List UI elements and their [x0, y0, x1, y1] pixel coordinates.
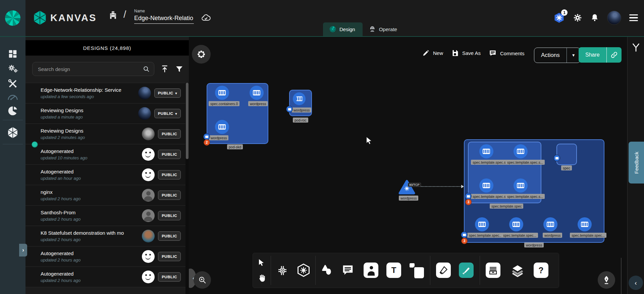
visibility-badge[interactable]: PUBLIC [158, 150, 181, 159]
notifications-bell-button[interactable] [590, 13, 599, 22]
sts-k8s-badge[interactable] [465, 193, 472, 200]
new-button[interactable]: New [422, 50, 443, 57]
dep-container-3[interactable] [578, 217, 592, 231]
text-tool[interactable]: T [386, 263, 401, 278]
user-avatar[interactable] [607, 11, 621, 25]
components-drawer-tool[interactable] [486, 263, 500, 278]
save-as-button[interactable]: Save As [451, 50, 481, 57]
design-list-item[interactable]: K8 Statefulset demonstration with mo upd… [25, 226, 185, 246]
comment-tool[interactable] [341, 263, 355, 277]
sidebar-expand-handle[interactable]: › [19, 244, 27, 256]
flip-y-icon[interactable] [632, 43, 640, 52]
design-list-item[interactable]: Autogenerated updated 2 hours ago PUBLIC [25, 267, 185, 287]
copy-link-icon[interactable] [606, 47, 622, 63]
design-list-item[interactable]: Reviewing Designs updated a minute ago P… [25, 103, 185, 124]
pod-roc-container[interactable] [293, 92, 306, 105]
visibility-label: PUBLIC [158, 112, 173, 116]
sts-error-badge[interactable]: 3 [465, 199, 472, 205]
design-list-item[interactable]: Autogenerated updated 10 minutes ago PUB… [25, 144, 185, 165]
share-split-button[interactable]: Share [579, 47, 622, 63]
dashboard-icon[interactable] [8, 49, 18, 59]
sts-container-2[interactable] [479, 178, 493, 193]
design-name-field[interactable]: Name Edge-Network-Relatio [134, 9, 195, 24]
help-tool[interactable]: ? [534, 263, 548, 278]
deployment-k8s-badge[interactable] [461, 231, 468, 238]
select-cursor-tool[interactable] [256, 257, 267, 268]
design-list-item[interactable]: Autogenerated updated 2 hours ago PUBLIC [25, 246, 185, 267]
design-canvas[interactable]: New Save As Comments Actions ▼ Share pod… [189, 37, 628, 294]
sts-container-3-label: spec.template.spec.s... [505, 194, 545, 199]
lifecycle-gears-icon[interactable] [7, 64, 18, 74]
search-input[interactable] [37, 66, 143, 72]
share-label[interactable]: Share [579, 47, 606, 63]
edge-service-to-deployment[interactable] [416, 186, 463, 187]
pod-skd-k8s-badge[interactable] [203, 133, 210, 140]
settings-gear-button[interactable] [573, 13, 582, 22]
spec-k8s-badge[interactable] [553, 155, 560, 161]
node-container-0[interactable] [215, 86, 229, 100]
visibility-badge[interactable]: PUBLIC ▾ [154, 88, 181, 98]
scalpel-tool[interactable] [436, 263, 451, 278]
zoom-in-button[interactable] [194, 271, 211, 289]
actions-label[interactable]: Actions [534, 48, 567, 63]
sketch-pencil-tool[interactable] [459, 263, 474, 278]
media-tool[interactable] [364, 263, 378, 278]
menu-hamburger-button[interactable] [629, 14, 638, 21]
filter-button[interactable] [175, 65, 183, 73]
name-field-value[interactable]: Edge-Network-Relatio [134, 13, 194, 24]
performance-gauge-icon[interactable] [7, 93, 18, 101]
toolbox-icon[interactable] [8, 79, 18, 89]
kanvas-extension-icon[interactable] [7, 127, 18, 139]
node-service-triangle[interactable] [398, 179, 416, 195]
node-container-1[interactable] [215, 120, 229, 134]
design-list-scrollbar[interactable] [185, 83, 189, 294]
pan-hand-tool[interactable] [256, 272, 268, 284]
visibility-badge[interactable]: PUBLIC ▾ [154, 109, 181, 118]
node-container-wordpress[interactable] [250, 86, 264, 100]
kubernetes-shapes-tool[interactable] [296, 263, 311, 278]
deployment-error-badge[interactable]: 3 [461, 238, 468, 244]
tab-design[interactable]: Design [323, 22, 363, 36]
visibility-badge[interactable]: PUBLIC [158, 252, 181, 261]
pod-skd-error-badge[interactable]: 2 [204, 139, 210, 146]
pod-roc-k8s-badge[interactable] [286, 106, 293, 113]
feedback-tab[interactable]: Feedback [629, 142, 644, 183]
dep-container-2[interactable] [543, 217, 557, 231]
visibility-badge[interactable]: PUBLIC [158, 191, 181, 200]
design-list-item[interactable]: Santhosh-Prom updated 2 hours ago PUBLIC [25, 206, 185, 226]
design-list-item[interactable]: Reviewing Designs updated 2 minutes ago … [25, 124, 185, 144]
search-box[interactable] [32, 62, 154, 76]
dep-container-0[interactable] [475, 217, 489, 231]
import-design-button[interactable] [160, 65, 169, 73]
actions-split-button[interactable]: Actions ▼ [534, 48, 581, 63]
kubernetes-context-button[interactable]: 1 [553, 12, 565, 23]
visibility-badge[interactable]: PUBLIC [158, 211, 181, 220]
organization-building-icon[interactable] [108, 10, 118, 20]
layers-tool[interactable] [510, 263, 525, 278]
relationships-tool[interactable] [276, 264, 289, 277]
meshery-logo-cell[interactable] [0, 0, 25, 36]
actions-caret-icon[interactable]: ▼ [567, 48, 580, 63]
shapes-tool[interactable] [320, 263, 334, 277]
sts-container-3[interactable] [514, 178, 528, 193]
dock-toggle-button[interactable] [192, 45, 211, 64]
design-list-item[interactable]: Edge-Network-Relationship: Service updat… [25, 83, 185, 103]
kanvas-brand[interactable]: KANVAS [33, 10, 97, 25]
design-list-item[interactable]: Autogenerated updated an hour ago PUBLIC [25, 165, 185, 185]
dep-container-1[interactable] [509, 217, 523, 231]
design-list-item[interactable]: nginx updated 2 hours ago PUBLIC [25, 185, 185, 206]
conformance-icon[interactable] [7, 105, 18, 116]
comments-button[interactable]: Comments [489, 50, 525, 57]
frame-tool[interactable] [409, 263, 424, 278]
node-spec[interactable] [556, 144, 577, 165]
visibility-badge[interactable]: PUBLIC [158, 129, 181, 139]
visibility-badge[interactable]: PUBLIC [158, 231, 181, 241]
scrollbar-thumb[interactable] [186, 83, 189, 159]
visibility-badge[interactable]: PUBLIC [158, 272, 181, 282]
sts-container-1[interactable] [514, 144, 528, 158]
sts-container-0[interactable] [479, 144, 493, 158]
pen-tool-button[interactable] [598, 271, 615, 289]
collapse-right-button[interactable]: ‹ [629, 276, 643, 290]
visibility-badge[interactable]: PUBLIC [158, 170, 181, 179]
tab-operate[interactable]: Operate [363, 22, 405, 36]
